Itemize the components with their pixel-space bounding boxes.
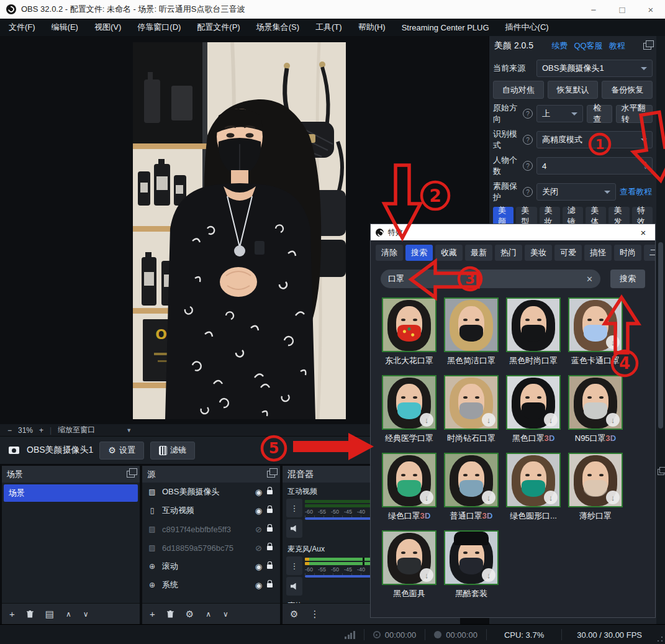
effects-tab-可爱[interactable]: 可爱 bbox=[554, 245, 582, 261]
source-row[interactable]: ▨ OBS美颜摄像头 ◉ bbox=[142, 483, 280, 501]
effect-thumbnail[interactable]: ↓ bbox=[444, 453, 499, 507]
fit-to-window[interactable]: 缩放至窗口 bbox=[58, 425, 95, 435]
search-input[interactable]: 口罩 ✕ bbox=[381, 270, 600, 288]
beauty-tab-美发[interactable]: 美发 bbox=[608, 207, 629, 225]
help-icon[interactable]: ? bbox=[523, 109, 533, 119]
source-settings-button[interactable]: ⚙设置 bbox=[99, 442, 144, 460]
maximize-button[interactable]: □ bbox=[608, 0, 636, 19]
clear-search-icon[interactable]: ✕ bbox=[586, 274, 593, 284]
effect-item[interactable]: ↓ 蓝色卡通口罩 bbox=[564, 297, 627, 366]
restore-defaults-button[interactable]: 恢复默认 bbox=[548, 81, 599, 99]
visibility-eye-icon[interactable]: ◉ bbox=[255, 562, 262, 571]
effect-thumbnail[interactable]: ↓ bbox=[506, 453, 561, 507]
person-count-spinner[interactable]: 4˄˅ bbox=[536, 157, 653, 175]
move-source-up-button[interactable]: ∧ bbox=[206, 610, 211, 619]
source-filters-button[interactable]: 滤镜 bbox=[150, 442, 195, 460]
scene-filters-button[interactable]: ▤ bbox=[45, 609, 54, 620]
effects-tab-搜索[interactable]: 搜索 bbox=[405, 245, 433, 261]
view-tutorial-link[interactable]: 查看教程 bbox=[620, 186, 652, 197]
effect-thumbnail[interactable]: ↓ bbox=[444, 297, 499, 352]
beauty-tab-特效[interactable]: 特效 bbox=[632, 207, 653, 225]
effect-item[interactable]: ↓ 黑色简洁口罩 bbox=[440, 297, 502, 366]
source-row[interactable]: ⊕ 滚动 ◉ bbox=[142, 557, 280, 576]
minimize-button[interactable]: − bbox=[579, 0, 608, 19]
scene-list-item[interactable]: 场景 bbox=[4, 484, 138, 502]
mute-button[interactable] bbox=[286, 519, 302, 538]
effects-tab-清除[interactable]: 清除 bbox=[376, 245, 403, 261]
spinner-arrows-icon[interactable]: ˄˅ bbox=[644, 161, 647, 171]
help-icon[interactable]: ? bbox=[523, 161, 533, 171]
effects-tab-搞怪[interactable]: 搞怪 bbox=[584, 245, 612, 261]
beauty-tab-美体[interactable]: 美体 bbox=[586, 207, 606, 225]
effect-item[interactable]: ↓ 黑色面具 bbox=[378, 530, 440, 599]
menu-item[interactable]: 视图(V) bbox=[94, 22, 121, 33]
effect-item[interactable]: ↓ 时尚钻石口罩 bbox=[440, 375, 502, 444]
panel-scrollbar[interactable] bbox=[656, 36, 665, 624]
lock-icon[interactable] bbox=[267, 527, 273, 532]
effect-item[interactable]: ↓ 黑色口罩3D bbox=[502, 375, 564, 444]
source-properties-button[interactable]: ⚙ bbox=[186, 609, 194, 620]
menu-item[interactable]: 停靠窗口(D) bbox=[137, 22, 181, 33]
effect-item[interactable]: ↓ 薄纱口罩 bbox=[564, 453, 627, 522]
help-icon[interactable]: ? bbox=[523, 187, 533, 197]
source-row[interactable]: ▯ 互动视频 ◉ bbox=[142, 501, 280, 520]
effect-thumbnail[interactable]: ↓ bbox=[568, 453, 623, 507]
effect-thumbnail[interactable]: ↓ bbox=[444, 530, 499, 585]
close-icon[interactable]: × bbox=[636, 227, 650, 238]
source-row[interactable]: ▨ c8917f4ebbfbfe5ff3 ⊘ bbox=[142, 520, 280, 538]
scrollbar-thumb[interactable] bbox=[658, 242, 663, 429]
effect-thumbnail[interactable]: ↓ bbox=[382, 375, 437, 430]
visibility-eye-icon[interactable]: ◉ bbox=[255, 506, 262, 515]
mute-button[interactable] bbox=[286, 577, 302, 596]
effect-thumbnail[interactable]: ↓ bbox=[568, 297, 623, 352]
effect-thumbnail[interactable]: ↓ bbox=[382, 297, 437, 352]
zoom-in-button[interactable]: + bbox=[39, 426, 43, 435]
effect-item[interactable]: ↓ 经典医学口罩 bbox=[378, 375, 440, 444]
effect-thumbnail[interactable]: ↓ bbox=[444, 375, 499, 430]
tutorial-link[interactable]: 教程 bbox=[609, 40, 625, 52]
effects-tab-时尚[interactable]: 时尚 bbox=[614, 245, 641, 261]
effect-item[interactable]: ↓ 普通口罩3D bbox=[440, 453, 502, 522]
visibility-eye-icon[interactable]: ◉ bbox=[255, 581, 262, 590]
beauty-tab-滤镜[interactable]: 滤镜 bbox=[563, 207, 583, 225]
effect-item[interactable]: ↓ N95口罩3D bbox=[564, 375, 627, 444]
menu-item[interactable]: 工具(T) bbox=[315, 22, 342, 33]
visibility-eye-icon[interactable]: ⊘ bbox=[255, 543, 262, 553]
effect-thumbnail[interactable]: ↓ bbox=[382, 530, 437, 585]
visibility-eye-icon[interactable]: ◉ bbox=[255, 488, 262, 497]
help-icon[interactable]: ? bbox=[523, 135, 533, 145]
add-source-button[interactable]: + bbox=[150, 609, 155, 619]
effect-thumbnail[interactable]: ↓ bbox=[506, 297, 561, 352]
source-row[interactable]: ⊕ 系统 ◉ bbox=[142, 576, 280, 594]
move-scene-down-button[interactable]: ∨ bbox=[83, 610, 89, 619]
effect-thumbnail[interactable]: ↓ bbox=[506, 375, 561, 430]
add-scene-button[interactable]: + bbox=[9, 609, 15, 619]
source-dropdown[interactable]: OBS美颜摄像头1 bbox=[536, 60, 653, 77]
lock-icon[interactable] bbox=[267, 546, 273, 550]
effects-tab-二次元[interactable]: 二次元 bbox=[644, 245, 655, 261]
menu-item[interactable]: 帮助(H) bbox=[358, 22, 386, 33]
remove-source-button[interactable] bbox=[167, 610, 174, 618]
chevron-down-icon[interactable]: ▼ bbox=[126, 427, 132, 433]
channel-menu-button[interactable]: ⋮ bbox=[286, 499, 302, 517]
close-button[interactable]: × bbox=[636, 0, 665, 19]
lock-icon[interactable] bbox=[267, 565, 273, 569]
renew-link[interactable]: 续费 bbox=[551, 40, 568, 52]
lock-icon[interactable] bbox=[267, 490, 273, 494]
menu-item[interactable]: 场景集合(S) bbox=[256, 22, 299, 33]
beauty-tab-美型[interactable]: 美型 bbox=[516, 207, 536, 225]
zoom-out-button[interactable]: − bbox=[7, 426, 12, 435]
search-button[interactable]: 搜索 bbox=[610, 270, 645, 288]
remove-scene-button[interactable] bbox=[27, 610, 34, 618]
check-button[interactable]: 检查 bbox=[587, 105, 612, 123]
popout-icon[interactable] bbox=[127, 471, 135, 478]
menu-item[interactable]: 编辑(E) bbox=[52, 22, 78, 33]
lock-icon[interactable] bbox=[267, 509, 273, 513]
effect-item[interactable]: ↓ 东北大花口罩 bbox=[378, 297, 440, 366]
beauty-tab-美妆[interactable]: 美妆 bbox=[540, 207, 560, 225]
move-source-down-button[interactable]: ∨ bbox=[223, 610, 228, 619]
popout-icon[interactable] bbox=[643, 43, 651, 50]
channel-menu-button[interactable]: ⋮ bbox=[286, 556, 302, 575]
effect-thumbnail[interactable]: ↓ bbox=[568, 375, 623, 430]
effect-item[interactable]: ↓ 绿色圆形口... bbox=[502, 453, 564, 522]
